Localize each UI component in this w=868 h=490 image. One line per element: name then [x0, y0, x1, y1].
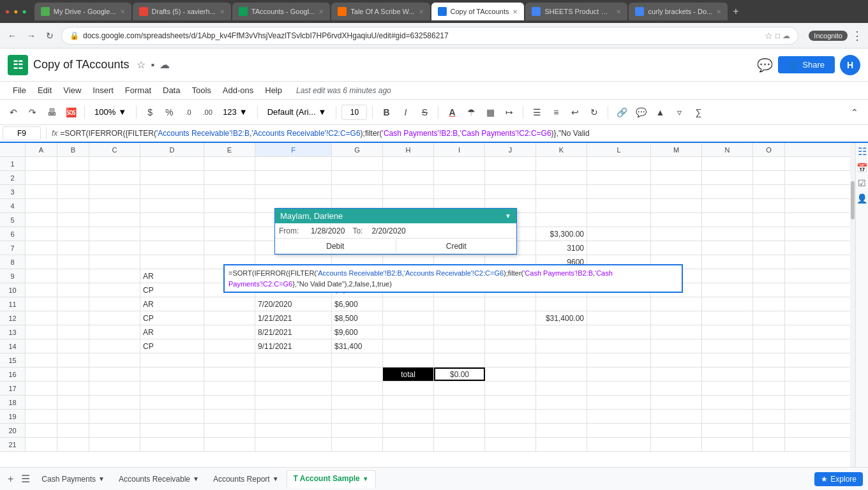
sidebar-tasks-icon[interactable]: ☑	[858, 178, 866, 188]
rotate-button[interactable]: ↻	[586, 104, 602, 121]
format123-dropdown[interactable]: 123 ▼	[218, 104, 252, 121]
sidebar-contacts-icon[interactable]: 👤	[857, 193, 867, 204]
print-button[interactable]: 🖶	[43, 104, 60, 121]
currency-button[interactable]: $	[142, 104, 158, 121]
cell-d12[interactable]: CP	[140, 311, 204, 325]
document-title[interactable]: Copy of TAccounts	[33, 58, 129, 71]
new-tab-button[interactable]: +	[733, 6, 738, 17]
address-bar[interactable]: 🔒 docs.google.com/spreadsheets/d/1Abp_kv…	[61, 27, 798, 45]
dec2-button[interactable]: .00	[199, 104, 216, 121]
browser-menu-button[interactable]: ⋮	[851, 29, 863, 43]
browser-tab-tab2[interactable]: Drafts (5) - xavierh...✕	[133, 3, 231, 20]
cell-a1[interactable]	[26, 157, 57, 170]
text-color-button[interactable]: A	[444, 104, 460, 121]
sheet-tab-dropdown[interactable]: ▼	[193, 475, 199, 482]
menu-item-edit[interactable]: Edit	[33, 84, 57, 97]
forward-button[interactable]: →	[24, 28, 38, 43]
strikethrough-button[interactable]: S	[416, 104, 433, 121]
cell-m1[interactable]	[651, 157, 702, 170]
sheet-tab-dropdown[interactable]: ▼	[98, 475, 105, 482]
redo-button[interactable]: ↷	[24, 104, 41, 121]
menu-item-insert[interactable]: Insert	[87, 84, 119, 97]
sheet-tab-accounts-receivable[interactable]: Accounts Receivable▼	[112, 470, 206, 488]
link-button[interactable]: 🔗	[613, 104, 630, 121]
merge-button[interactable]: ↦	[501, 104, 518, 121]
cell-k1[interactable]	[536, 157, 587, 170]
hide-formula-bar[interactable]: ⌃	[846, 104, 863, 121]
tab-close-button[interactable]: ✕	[616, 8, 621, 15]
menu-item-add-ons[interactable]: Add-ons	[218, 84, 258, 97]
cell-n1[interactable]	[702, 157, 753, 170]
widget-dropdown-arrow[interactable]: ▼	[505, 212, 511, 219]
cell-d9[interactable]: AR	[140, 269, 204, 283]
sheet-tab-accounts-report[interactable]: Accounts Report▼	[207, 470, 285, 488]
cell-d1[interactable]	[140, 157, 204, 170]
browser-tab-tab7[interactable]: curly brackets - Do...✕	[629, 3, 728, 20]
cell-d11[interactable]: AR	[140, 297, 204, 311]
cell-h16-total-label[interactable]: total	[383, 368, 434, 381]
bold-button[interactable]: B	[378, 104, 394, 121]
cell-d14[interactable]: CP	[140, 339, 204, 353]
comment-button[interactable]: 💬	[757, 57, 773, 73]
chart-button[interactable]: ▲	[652, 104, 668, 121]
sheet-menu-button[interactable]: ☰	[19, 470, 33, 487]
cell-i1[interactable]	[434, 157, 485, 170]
cell-g14[interactable]: $31,400	[332, 339, 383, 353]
menu-item-format[interactable]: Format	[120, 84, 156, 97]
cell-f11[interactable]: 7/20/2020	[255, 297, 332, 311]
cell-g13[interactable]: $9,600	[332, 325, 383, 339]
star-doc-button[interactable]: ☆	[137, 59, 146, 71]
browser-tab-tab1[interactable]: My Drive - Google...✕	[34, 3, 131, 20]
cell-k12[interactable]: $31,400.00	[536, 311, 587, 325]
cell-o1[interactable]	[753, 157, 785, 170]
widget-from-date[interactable]: 1/28/2020	[307, 226, 348, 235]
cell-i16-total-value[interactable]: $0.00	[434, 368, 485, 381]
scrollbar-vertical[interactable]	[850, 143, 855, 467]
cell-f14[interactable]: 9/11/2021	[255, 339, 332, 353]
sheet-tab-dropdown[interactable]: ▼	[363, 475, 369, 482]
scrollbar-thumb[interactable]	[851, 181, 855, 219]
tab-close-button[interactable]: ✕	[716, 8, 721, 15]
cell-g1[interactable]	[332, 157, 383, 170]
cell-g12[interactable]: $8,500	[332, 311, 383, 325]
reload-button[interactable]: ↻	[43, 28, 56, 43]
tab-close-button[interactable]: ✕	[120, 8, 125, 15]
cell-g11[interactable]: $6,900	[332, 297, 383, 311]
back-button[interactable]: ←	[5, 28, 19, 43]
sheet-tab-cash-payments[interactable]: Cash Payments▼	[35, 470, 111, 488]
cell-f1[interactable]	[255, 157, 332, 170]
sheet-tab-dropdown[interactable]: ▼	[273, 475, 279, 482]
add-sheet-button[interactable]: +	[5, 471, 16, 487]
font-size-input[interactable]	[341, 105, 367, 120]
browser-tab-tab6[interactable]: SHEETS Product Ex...✕	[525, 3, 627, 20]
cell-b1[interactable]	[57, 157, 89, 170]
sidebar-calendar-icon[interactable]: 📅	[857, 163, 867, 173]
zoom-dropdown[interactable]: 100% ▼	[90, 104, 131, 121]
cell-f12[interactable]: 1/21/2021	[255, 311, 332, 325]
explore-button[interactable]: ★ Explore	[814, 472, 863, 486]
undo-button[interactable]: ↶	[5, 104, 22, 121]
filter-button[interactable]: ▿	[671, 104, 687, 121]
browser-tab-tab4[interactable]: Tale Of A Scribe W...✕	[331, 3, 430, 20]
browser-tab-tab5[interactable]: Copy of TAccounts✕	[431, 3, 525, 20]
cell-k7[interactable]: 3100	[536, 241, 587, 255]
user-avatar[interactable]: H	[840, 55, 860, 75]
paint-format-button[interactable]: 🆘	[63, 104, 79, 121]
cell-j1[interactable]	[485, 157, 536, 170]
comment-insert-button[interactable]: 💬	[632, 104, 649, 121]
menu-item-data[interactable]: Data	[158, 84, 185, 97]
browser-tab-tab3[interactable]: TAccounts - Googl...✕	[232, 3, 330, 20]
cell-e1[interactable]	[204, 157, 255, 170]
cell-d13[interactable]: AR	[140, 325, 204, 339]
font-dropdown[interactable]: Default (Ari... ▼	[263, 104, 331, 121]
menu-item-file[interactable]: File	[8, 84, 31, 97]
valign-button[interactable]: ≡	[548, 104, 564, 121]
bookmark-star[interactable]: ☆	[765, 31, 773, 41]
sidebar-sheets-icon[interactable]: ☷	[858, 145, 867, 158]
dec0-button[interactable]: .0	[180, 104, 197, 121]
move-doc-button[interactable]: ▪	[151, 59, 154, 71]
menu-item-help[interactable]: Help	[260, 84, 287, 97]
cell-reference[interactable]: F9	[3, 126, 41, 140]
align-button[interactable]: ☰	[528, 104, 545, 121]
cell-c1[interactable]	[89, 157, 140, 170]
